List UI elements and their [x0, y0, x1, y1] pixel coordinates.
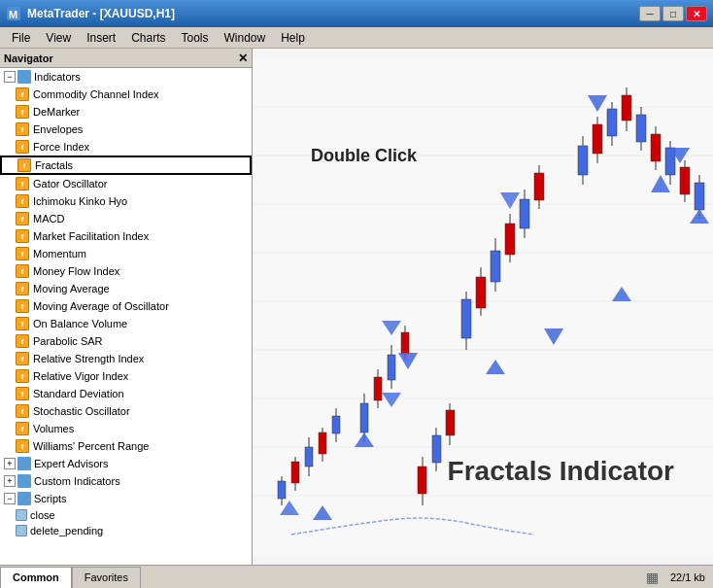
chart-status-icon: ▦	[646, 570, 659, 585]
menu-window[interactable]: Window	[217, 29, 274, 47]
indicators-folder-icon	[17, 70, 31, 84]
script-icon-close	[16, 509, 27, 521]
indicator-icon-macd: f	[16, 212, 29, 225]
indicator-obv[interactable]: f On Balance Volume	[0, 315, 252, 332]
indicator-icon-stddev: f	[16, 387, 29, 400]
indicator-label-gator: Gator Oscillator	[33, 178, 107, 190]
indicator-icon-volumes: f	[16, 422, 29, 435]
indicator-envelopes[interactable]: f Envelopes	[0, 121, 252, 138]
indicator-icon-moneyflow: f	[16, 264, 29, 278]
indicator-mao[interactable]: f Moving Average of Oscillator	[0, 297, 252, 315]
indicator-macd[interactable]: f MACD	[0, 210, 252, 227]
indicator-momentum[interactable]: f Momentum	[0, 245, 252, 262]
svg-rect-15	[291, 462, 299, 483]
app-icon: M	[6, 6, 21, 21]
indicator-stddev[interactable]: f Standard Deviation	[0, 385, 252, 402]
menu-view[interactable]: View	[38, 29, 79, 47]
indicator-label-moneyflow: Money Flow Index	[33, 265, 119, 277]
tree-custom-indicators[interactable]: + Custom Indicators	[0, 472, 252, 490]
svg-rect-36	[476, 277, 486, 308]
indicator-gator[interactable]: f Gator Oscillator	[0, 175, 252, 192]
expand-ci-icon[interactable]: +	[4, 475, 16, 487]
menu-tools[interactable]: Tools	[174, 29, 217, 47]
svg-rect-63	[695, 183, 704, 210]
indicator-stoch[interactable]: f Stochastic Oscillator	[0, 402, 252, 420]
menu-insert[interactable]: Insert	[79, 29, 123, 47]
tab-favorites[interactable]: Favorites	[72, 567, 141, 588]
indicator-label-obv: On Balance Volume	[33, 318, 127, 329]
close-button[interactable]: ✕	[686, 6, 707, 21]
indicator-ma[interactable]: f Moving Average	[0, 280, 252, 297]
script-label-close: close	[30, 509, 55, 521]
indicator-label-cci: Commodity Channel Index	[33, 88, 159, 100]
indicators-folder-label: Indicators	[34, 71, 81, 83]
indicator-money-flow[interactable]: f Money Flow Index	[0, 262, 252, 280]
indicator-label-momentum: Momentum	[33, 248, 86, 259]
svg-rect-24	[360, 403, 368, 432]
indicator-mfi[interactable]: f Market Facilitation Index	[0, 227, 252, 245]
chart-area[interactable]: Double Click Fractals Indicator	[253, 49, 713, 565]
indicator-ichimoku[interactable]: f Ichimoku Kinko Hyo	[0, 192, 252, 210]
svg-text:M: M	[9, 9, 17, 20]
indicator-label-ichimoku: Ichimoku Kinko Hyo	[33, 195, 127, 207]
svg-rect-13	[278, 481, 286, 499]
indicator-wpr[interactable]: f Williams' Percent Range	[0, 437, 252, 455]
indicator-rsi[interactable]: f Relative Strength Index	[0, 350, 252, 367]
expand-scripts-icon[interactable]: −	[4, 493, 16, 504]
menu-help[interactable]: Help	[273, 29, 313, 47]
indicator-icon-fractals: f	[17, 158, 31, 172]
navigator-header: Navigator ✕	[0, 49, 252, 68]
svg-rect-44	[534, 173, 544, 200]
navigator-close-button[interactable]: ✕	[238, 52, 248, 65]
indicator-icon-demarker: f	[16, 105, 29, 119]
tree-expert-advisors[interactable]: + Expert Advisors	[0, 455, 252, 472]
script-icon-delete-pending	[16, 525, 27, 536]
indicator-icon-mao: f	[16, 299, 29, 313]
script-label-delete-pending: delete_pending	[30, 525, 103, 536]
indicator-icon-cci: f	[16, 87, 29, 101]
indicator-rvi[interactable]: f Relative Vigor Index	[0, 367, 252, 385]
status-bar: ▦ 22/1 kb	[141, 570, 713, 585]
indicator-label-rsi: Relative Strength Index	[33, 353, 144, 364]
svg-rect-77	[432, 435, 441, 463]
indicator-label-rvi: Relative Vigor Index	[33, 370, 128, 382]
indicator-volumes[interactable]: f Volumes	[0, 420, 252, 437]
main-layout: Navigator ✕ − Indicators f Commodity Cha…	[0, 49, 713, 565]
expand-ea-icon[interactable]: +	[4, 458, 16, 469]
indicator-cci[interactable]: f Commodity Channel Index	[0, 86, 252, 103]
svg-rect-53	[622, 95, 631, 121]
indicator-demarker[interactable]: f DeMarker	[0, 103, 252, 121]
tab-common[interactable]: Common	[0, 567, 72, 588]
indicator-force-index[interactable]: f Force Index	[0, 138, 252, 156]
indicator-icon-ichimoku: f	[16, 194, 29, 208]
svg-rect-51	[607, 109, 617, 136]
svg-rect-17	[305, 447, 313, 467]
svg-rect-79	[446, 410, 455, 435]
svg-rect-21	[332, 416, 340, 433]
navigator-tree[interactable]: − Indicators f Commodity Channel Index f…	[0, 68, 252, 565]
script-delete-pending[interactable]: delete_pending	[0, 523, 252, 538]
menu-file[interactable]: File	[4, 29, 38, 47]
indicator-label-demarker: DeMarker	[33, 106, 80, 118]
tree-scripts[interactable]: − Scripts	[0, 490, 252, 507]
scripts-folder-label: Scripts	[34, 493, 67, 504]
expand-indicators-icon[interactable]: −	[4, 71, 16, 83]
maximize-button[interactable]: □	[662, 6, 684, 21]
indicator-label-macd: MACD	[33, 213, 64, 225]
svg-rect-30	[401, 332, 409, 354]
svg-rect-28	[388, 355, 395, 380]
menu-charts[interactable]: Charts	[123, 29, 173, 47]
indicator-icon-mfi: f	[16, 229, 29, 243]
indicator-label-mao: Moving Average of Oscillator	[33, 300, 169, 312]
indicator-sar[interactable]: f Parabolic SAR	[0, 332, 252, 350]
indicator-fractals[interactable]: f Fractals	[0, 156, 252, 175]
ea-folder-icon	[17, 457, 31, 470]
window-title: MetaTrader - [XAUUSD,H1]	[27, 7, 639, 20]
minimize-button[interactable]: ─	[639, 6, 661, 21]
tree-indicators-folder[interactable]: − Indicators	[0, 68, 252, 86]
indicator-icon-force: f	[16, 140, 29, 154]
chart-svg	[253, 49, 713, 565]
svg-rect-57	[651, 134, 661, 161]
script-close[interactable]: close	[0, 507, 252, 523]
indicator-label-ma: Moving Average	[33, 283, 110, 294]
